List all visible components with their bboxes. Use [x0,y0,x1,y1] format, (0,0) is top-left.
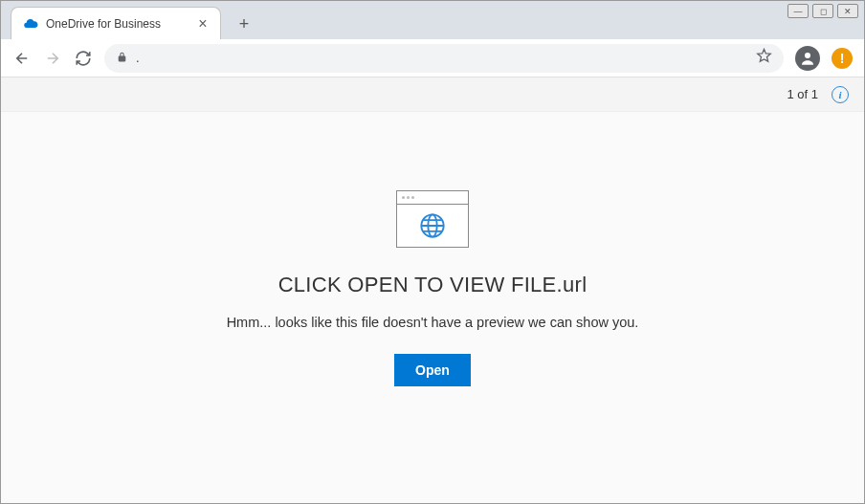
forward-button[interactable] [43,49,62,68]
lock-icon [116,50,128,67]
back-button[interactable] [12,49,32,68]
svg-point-0 [805,53,810,58]
address-bar[interactable]: . [104,44,784,73]
preview-area: CLICK OPEN TO VIEW FILE.url Hmm... looks… [1,112,864,503]
profile-avatar-icon[interactable] [795,46,820,71]
reload-button[interactable] [74,49,93,68]
open-button[interactable]: Open [394,354,471,386]
maximize-button[interactable]: ◻ [812,4,833,18]
address-text: . [136,51,748,65]
browser-tab[interactable]: OneDrive for Business × [11,7,221,39]
dot-icon [411,196,414,199]
tab-close-button[interactable]: × [195,15,211,33]
nav-bar: . ! [1,39,864,77]
pager-text: 1 of 1 [787,87,818,101]
onedrive-cloud-icon [23,16,38,32]
new-tab-button[interactable]: + [231,11,257,37]
no-preview-message: Hmm... looks like this file doesn't have… [227,313,639,334]
tab-title: OneDrive for Business [46,17,195,31]
dot-icon [407,196,410,199]
bookmark-star-icon[interactable] [756,48,772,68]
globe-icon [419,212,446,239]
illustration-body [397,205,468,247]
tab-strip: — ◻ ✕ OneDrive for Business × + [1,1,864,39]
dot-icon [402,196,405,199]
minimize-button[interactable]: — [787,4,809,18]
page-content: 1 of 1 i CLICK OPEN TO VIEW FILE.url Hmm… [1,77,864,503]
file-preview-illustration [396,190,469,248]
status-bar: 1 of 1 i [1,77,864,112]
illustration-titlebar [397,191,468,205]
info-icon[interactable]: i [832,86,849,103]
close-window-button[interactable]: ✕ [837,4,858,18]
window-controls: — ◻ ✕ [787,4,858,18]
file-title: CLICK OPEN TO VIEW FILE.url [278,273,588,297]
alert-badge-icon[interactable]: ! [832,48,853,69]
